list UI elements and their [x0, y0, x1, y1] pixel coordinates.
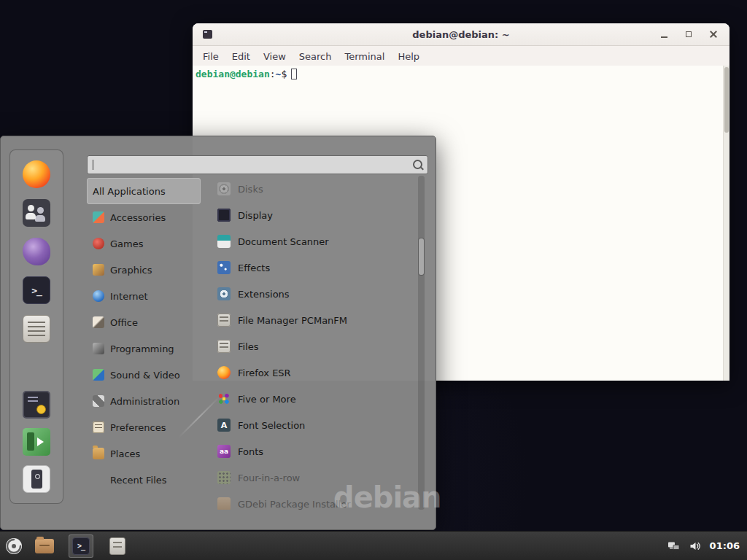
- application-menu: >_ All Applications Accessories: [0, 136, 436, 530]
- favorites-group: >_: [23, 160, 50, 343]
- five-or-more-icon: [217, 392, 231, 405]
- firefox-icon[interactable]: [23, 160, 50, 188]
- folder-icon: [35, 539, 54, 553]
- app-extensions[interactable]: Extensions: [207, 281, 416, 307]
- menu-terminal[interactable]: Terminal: [338, 51, 391, 62]
- debian-watermark: debian: [333, 481, 441, 514]
- menu-scrollbar-thumb[interactable]: [419, 238, 424, 275]
- clock[interactable]: 01:06: [710, 540, 740, 551]
- display-icon: [217, 209, 231, 222]
- app-firefox-esr[interactable]: Firefox ESR: [207, 359, 416, 386]
- four-in-a-row-icon: [217, 471, 231, 484]
- administration-icon: [93, 395, 104, 407]
- file-manager-icon: [217, 314, 231, 327]
- category-recent-files[interactable]: Recent Files: [87, 467, 201, 493]
- internet-icon: [93, 290, 104, 302]
- minimize-button[interactable]: [658, 28, 670, 40]
- close-button[interactable]: [708, 28, 719, 40]
- category-accessories[interactable]: Accessories: [87, 204, 201, 230]
- category-sound-video[interactable]: Sound & Video: [87, 362, 201, 388]
- app-display[interactable]: Display: [207, 202, 416, 228]
- menu-search[interactable]: Search: [293, 51, 338, 62]
- terminal-scrollbar-thumb[interactable]: [724, 67, 729, 133]
- software-icon[interactable]: [23, 315, 50, 343]
- effects-icon: [217, 261, 231, 274]
- terminal-glyph: >_: [31, 285, 42, 296]
- files-taskbar-icon[interactable]: [105, 534, 130, 558]
- category-places[interactable]: Places: [87, 440, 201, 467]
- app-file-manager-pcmanfm[interactable]: File Manager PCManFM: [207, 307, 416, 333]
- graphics-icon: [93, 264, 104, 276]
- app-document-scanner[interactable]: Document Scanner: [207, 228, 416, 254]
- fonts-icon: aa: [217, 445, 231, 458]
- maximize-button[interactable]: [683, 28, 694, 40]
- window-title: debian@debian: ~: [412, 29, 509, 40]
- system-tray: 01:06: [667, 540, 747, 552]
- files-icon: [217, 340, 231, 353]
- text-caret: [93, 160, 93, 170]
- terminal-menubar: File Edit View Search Terminal Help: [193, 46, 729, 67]
- desktop: debian@debian: ~ File Edit View Search T…: [0, 0, 747, 560]
- category-administration[interactable]: Administration: [87, 388, 201, 414]
- programming-icon: [93, 343, 104, 354]
- session-group: [23, 391, 50, 493]
- prompt-path: ~: [276, 69, 282, 79]
- search-bar: [87, 155, 428, 174]
- taskbar-launchers: >_: [32, 534, 130, 558]
- prompt-line: debian@debian:~$: [193, 66, 729, 79]
- extensions-icon: [217, 287, 231, 300]
- menu-button[interactable]: [0, 532, 28, 560]
- window-controls: [658, 23, 719, 45]
- document-scanner-icon: [217, 235, 231, 248]
- contacts-icon[interactable]: [23, 199, 50, 227]
- volume-icon[interactable]: [689, 540, 701, 552]
- prompt-separator: :: [270, 69, 276, 79]
- terminal-icon: >_: [72, 537, 90, 555]
- terminal-cursor: [291, 69, 297, 79]
- font-selection-icon: A: [217, 419, 231, 432]
- disks-icon: [217, 182, 231, 195]
- shutdown-icon[interactable]: [23, 465, 50, 493]
- menu-swirl-icon: [4, 537, 23, 556]
- menu-edit[interactable]: Edit: [225, 51, 257, 62]
- category-list: All Applications Accessories Games Graph…: [87, 178, 201, 493]
- app-font-selection[interactable]: A Font Selection: [207, 412, 416, 438]
- search-input[interactable]: [87, 155, 428, 174]
- category-graphics[interactable]: Graphics: [87, 257, 201, 283]
- gdebi-icon: [217, 497, 231, 510]
- category-internet[interactable]: Internet: [87, 283, 201, 309]
- office-icon: [93, 316, 104, 328]
- menu-favorites-panel: >_: [9, 149, 63, 504]
- prompt-symbol: $: [281, 69, 287, 79]
- category-office[interactable]: Office: [87, 309, 201, 335]
- logout-icon[interactable]: [23, 428, 50, 456]
- menu-help[interactable]: Help: [391, 51, 426, 62]
- prompt-user-host: debian@debian: [196, 69, 270, 79]
- terminal-taskbar-icon[interactable]: >_: [69, 534, 93, 558]
- network-icon[interactable]: [667, 540, 680, 552]
- app-files[interactable]: Files: [207, 333, 416, 359]
- terminal-titlebar[interactable]: debian@debian: ~: [193, 23, 729, 46]
- terminal-icon[interactable]: >_: [23, 276, 50, 304]
- app-list: Disks Display Document Scanner Effects E…: [207, 176, 416, 510]
- app-fonts[interactable]: aa Fonts: [207, 438, 416, 464]
- terminal-scrollbar[interactable]: [723, 66, 729, 381]
- accessories-icon: [93, 211, 104, 223]
- category-programming[interactable]: Programming: [87, 335, 201, 362]
- category-preferences[interactable]: Preferences: [87, 414, 201, 440]
- places-icon: [93, 448, 104, 459]
- firefox-esr-icon: [217, 366, 231, 379]
- screensaver-icon[interactable]: [23, 391, 50, 419]
- taskbar: >_ 01:06: [0, 531, 747, 560]
- category-all-applications[interactable]: All Applications: [87, 178, 201, 204]
- pidgin-icon[interactable]: [23, 238, 50, 265]
- category-games[interactable]: Games: [87, 230, 201, 257]
- app-disks[interactable]: Disks: [207, 176, 416, 202]
- search-icon: [413, 160, 422, 169]
- menu-view[interactable]: View: [257, 51, 293, 62]
- app-five-or-more[interactable]: Five or More: [207, 386, 416, 412]
- menu-scrollbar[interactable]: [418, 176, 425, 510]
- file-manager-taskbar-icon[interactable]: [32, 534, 57, 558]
- app-effects[interactable]: Effects: [207, 254, 416, 281]
- menu-file[interactable]: File: [196, 51, 225, 62]
